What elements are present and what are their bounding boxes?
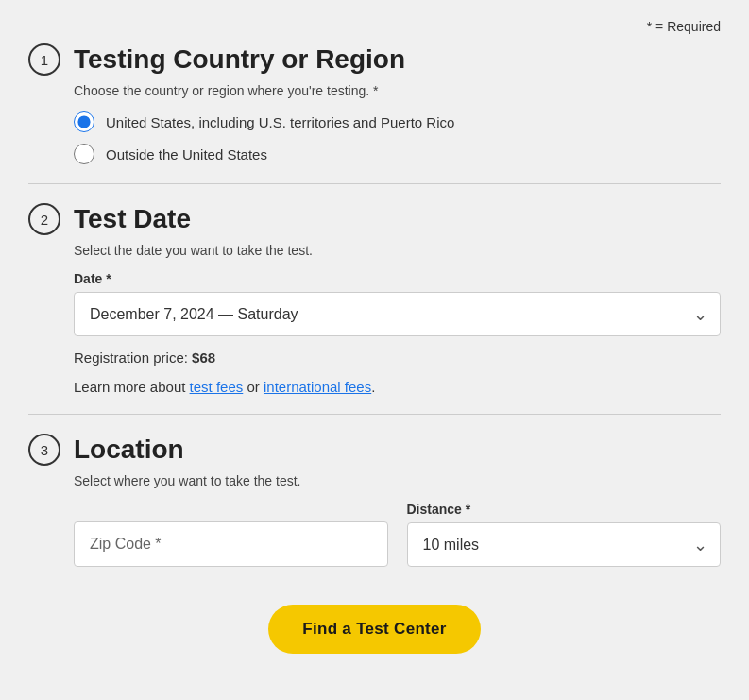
divider-1 bbox=[28, 183, 721, 184]
page-container: * = Required 1 Testing Country or Region… bbox=[0, 0, 749, 691]
section1-subtitle: Choose the country or region where you'r… bbox=[74, 83, 721, 98]
location-row: Distance * 10 miles 25 miles 50 miles 10… bbox=[74, 502, 721, 567]
divider-2 bbox=[28, 414, 721, 415]
price-info: Registration price: $68 bbox=[74, 350, 721, 366]
section3-content: Distance * 10 miles 25 miles 50 miles 10… bbox=[74, 502, 721, 567]
fee-text-suffix: . bbox=[371, 379, 375, 395]
section-location: 3 Location Select where you want to take… bbox=[28, 434, 721, 567]
section3-subtitle: Select where you want to take the test. bbox=[74, 473, 721, 488]
section1-title: Testing Country or Region bbox=[74, 44, 405, 75]
zip-code-input[interactable] bbox=[74, 521, 388, 567]
radio-outside-input[interactable] bbox=[74, 144, 94, 164]
date-select[interactable]: December 7, 2024 — Saturday January 11, … bbox=[74, 292, 721, 336]
radio-us[interactable]: United States, including U.S. territorie… bbox=[74, 111, 721, 132]
radio-outside[interactable]: Outside the United States bbox=[74, 144, 721, 164]
step-circle-2: 2 bbox=[28, 203, 60, 235]
distance-wrapper: Distance * 10 miles 25 miles 50 miles 10… bbox=[407, 502, 722, 567]
button-container: Find a Test Center bbox=[28, 605, 721, 654]
radio-outside-label: Outside the United States bbox=[106, 146, 267, 162]
distance-select[interactable]: 10 miles 25 miles 50 miles 100 miles bbox=[407, 522, 722, 567]
fee-text-prefix: Learn more about bbox=[74, 379, 190, 395]
section2-subtitle: Select the date you want to take the tes… bbox=[74, 243, 721, 258]
zip-code-wrapper bbox=[74, 521, 388, 567]
price-value: $68 bbox=[192, 350, 215, 366]
section1-content: United States, including U.S. territorie… bbox=[74, 111, 721, 164]
section2-header: 2 Test Date bbox=[28, 203, 721, 235]
test-fees-link[interactable]: test fees bbox=[190, 379, 244, 395]
radio-us-input[interactable] bbox=[74, 111, 94, 132]
section3-title: Location bbox=[74, 435, 184, 465]
section-date: 2 Test Date Select the date you want to … bbox=[28, 203, 721, 395]
distance-select-wrapper: 10 miles 25 miles 50 miles 100 miles ⌄ bbox=[407, 522, 722, 567]
distance-label: Distance * bbox=[407, 502, 722, 517]
section1-header: 1 Testing Country or Region bbox=[28, 43, 721, 76]
country-radio-group: United States, including U.S. territorie… bbox=[74, 111, 721, 164]
section-country: 1 Testing Country or Region Choose the c… bbox=[28, 43, 721, 164]
section2-title: Test Date bbox=[74, 204, 191, 234]
fee-text-middle: or bbox=[243, 379, 264, 395]
radio-us-label: United States, including U.S. territorie… bbox=[106, 114, 454, 130]
required-note: * = Required bbox=[28, 19, 721, 34]
date-label: Date * bbox=[74, 271, 721, 286]
section3-header: 3 Location bbox=[28, 434, 721, 466]
step-circle-3: 3 bbox=[28, 434, 60, 466]
international-fees-link[interactable]: international fees bbox=[264, 379, 371, 395]
section2-content: Date * December 7, 2024 — Saturday Janua… bbox=[74, 271, 721, 395]
price-prefix: Registration price: bbox=[74, 350, 192, 366]
find-test-center-button[interactable]: Find a Test Center bbox=[268, 605, 480, 654]
date-select-wrapper: December 7, 2024 — Saturday January 11, … bbox=[74, 292, 721, 336]
step-circle-1: 1 bbox=[28, 43, 60, 76]
fee-info: Learn more about test fees or internatio… bbox=[74, 379, 721, 395]
